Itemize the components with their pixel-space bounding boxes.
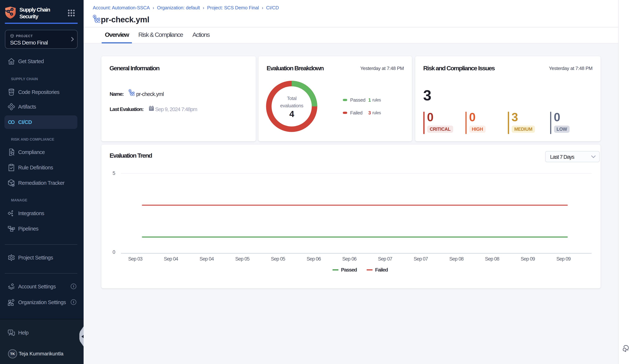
svg-text:?: ?: [10, 330, 11, 333]
